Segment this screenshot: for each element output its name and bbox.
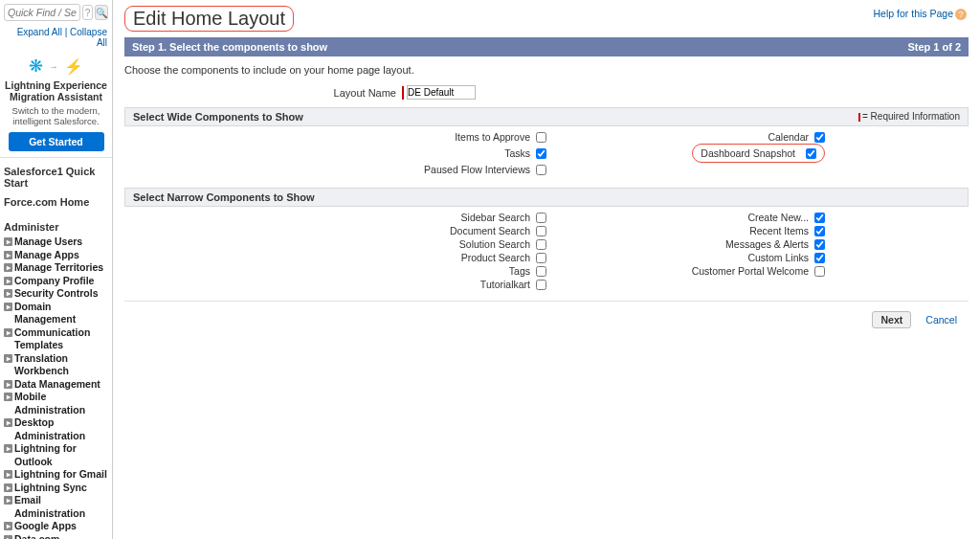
cloud-icon: ❋ bbox=[29, 56, 43, 77]
component-label: Product Search bbox=[268, 251, 536, 264]
step-bar: Step 1. Select the components to show St… bbox=[124, 37, 969, 56]
component-checkbox[interactable] bbox=[814, 266, 825, 277]
sf1-quick-start-link[interactable]: Salesforce1 Quick Start bbox=[0, 158, 112, 191]
administer-heading: Administer bbox=[0, 216, 112, 236]
sidebar-item[interactable]: ▸Data Management bbox=[4, 378, 108, 392]
component-checkbox[interactable] bbox=[536, 253, 546, 263]
bolt-icon: ⚡ bbox=[64, 57, 83, 76]
required-bar-icon bbox=[402, 86, 404, 100]
plus-icon[interactable]: ▸ bbox=[4, 237, 12, 246]
sidebar-item[interactable]: ▸Email Administration bbox=[4, 494, 108, 520]
component-checkbox[interactable] bbox=[536, 132, 546, 143]
component-checkbox[interactable] bbox=[814, 226, 825, 236]
component-checkbox[interactable] bbox=[814, 253, 825, 263]
layout-name-input[interactable] bbox=[407, 85, 476, 100]
component-checkbox[interactable] bbox=[536, 165, 546, 175]
main-content: Edit Home Layout Help for this Page? Ste… bbox=[113, 0, 980, 539]
sidebar-item[interactable]: ▸Domain Management bbox=[4, 301, 108, 326]
plus-icon[interactable]: ▸ bbox=[4, 483, 12, 492]
get-started-button[interactable]: Get Started bbox=[9, 132, 104, 151]
component-label: Items to Approve bbox=[268, 130, 536, 144]
separator: | bbox=[65, 27, 68, 37]
plus-icon[interactable]: ▸ bbox=[4, 418, 12, 427]
plus-icon[interactable]: ▸ bbox=[4, 251, 12, 259]
forcecom-home-link[interactable]: Force.com Home bbox=[0, 191, 112, 211]
narrow-components-grid: Sidebar SearchCreate New...Document Sear… bbox=[124, 207, 969, 295]
layout-name-label: Layout Name bbox=[124, 87, 402, 99]
component-checkbox[interactable] bbox=[536, 266, 546, 277]
plus-icon[interactable]: ▸ bbox=[4, 535, 12, 540]
sidebar-item[interactable]: ▸Company Profile bbox=[4, 275, 108, 288]
component-label: Messages & Alerts bbox=[546, 237, 814, 251]
plus-icon[interactable]: ▸ bbox=[4, 380, 12, 389]
component-checkbox[interactable] bbox=[806, 148, 816, 159]
component-checkbox[interactable] bbox=[536, 280, 546, 290]
component-label: Tags bbox=[268, 264, 536, 278]
sidebar-item[interactable]: ▸Desktop Administration bbox=[4, 416, 108, 442]
component-label: Calendar bbox=[546, 130, 814, 144]
sidebar-item[interactable]: ▸Manage Users bbox=[4, 236, 108, 249]
component-label: Sidebar Search bbox=[268, 211, 536, 224]
sidebar-item[interactable]: ▸Manage Territories bbox=[4, 261, 108, 275]
plus-icon[interactable]: ▸ bbox=[4, 289, 12, 298]
cancel-button[interactable]: Cancel bbox=[918, 312, 965, 327]
search-input[interactable] bbox=[4, 4, 80, 21]
help-icon[interactable]: ? bbox=[82, 5, 93, 20]
sidebar-item[interactable]: ▸Mobile Administration bbox=[4, 391, 108, 416]
plus-icon[interactable]: ▸ bbox=[4, 277, 12, 285]
plus-icon[interactable]: ▸ bbox=[4, 522, 12, 530]
help-icon: ? bbox=[955, 9, 967, 20]
component-label: Create New... bbox=[546, 211, 814, 224]
sidebar-item[interactable]: ▸Lightning for Gmail bbox=[4, 468, 108, 482]
component-label: Dashboard Snapshot bbox=[701, 146, 801, 160]
wide-section-header: Select Wide Components to Show = Require… bbox=[124, 107, 969, 126]
plus-icon[interactable]: ▸ bbox=[4, 263, 12, 272]
sidebar: ? 🔍 Expand All | Collapse All ❋ → ⚡ Ligh… bbox=[0, 0, 113, 539]
sidebar-item[interactable]: ▸Google Apps bbox=[4, 520, 108, 533]
narrow-section-header: Select Narrow Components to Show bbox=[124, 188, 969, 207]
component-checkbox[interactable] bbox=[536, 213, 546, 223]
component-checkbox[interactable] bbox=[536, 239, 546, 250]
next-button[interactable]: Next bbox=[872, 311, 911, 328]
sidebar-item[interactable]: ▸Translation Workbench bbox=[4, 352, 108, 378]
search-icon[interactable]: 🔍 bbox=[95, 5, 108, 20]
wide-components-grid: Items to ApproveCalendarTasksDashboard S… bbox=[124, 126, 969, 180]
component-checkbox[interactable] bbox=[536, 226, 546, 236]
plus-icon[interactable]: ▸ bbox=[4, 444, 12, 453]
arrow-right-icon: → bbox=[49, 61, 58, 72]
component-checkbox[interactable] bbox=[814, 239, 825, 250]
component-label: Tutorialkart bbox=[268, 278, 536, 291]
lea-subtitle: Switch to the modern, intelligent Salesf… bbox=[4, 105, 108, 126]
component-label: Tasks bbox=[268, 146, 536, 160]
component-label: Paused Flow Interviews bbox=[268, 163, 536, 176]
step-description: Choose the components to include on your… bbox=[124, 56, 969, 85]
component-label: Solution Search bbox=[268, 237, 536, 251]
component-label: Recent Items bbox=[546, 224, 814, 237]
plus-icon[interactable]: ▸ bbox=[4, 470, 12, 479]
component-label: Custom Links bbox=[546, 251, 814, 264]
component-label: Customer Portal Welcome bbox=[546, 264, 814, 278]
sidebar-item[interactable]: ▸Communication Templates bbox=[4, 326, 108, 352]
sidebar-item[interactable]: ▸Lightning Sync bbox=[4, 482, 108, 495]
plus-icon[interactable]: ▸ bbox=[4, 303, 12, 311]
administer-list: ▸Manage Users▸Manage Apps▸Manage Territo… bbox=[0, 236, 112, 539]
plus-icon[interactable]: ▸ bbox=[4, 393, 12, 401]
sidebar-item[interactable]: ▸Manage Apps bbox=[4, 249, 108, 262]
lea-title: Lightning Experience Migration Assistant bbox=[4, 79, 108, 102]
plus-icon[interactable]: ▸ bbox=[4, 354, 12, 363]
sidebar-item[interactable]: ▸Lightning for Outlook bbox=[4, 442, 108, 468]
component-checkbox[interactable] bbox=[536, 148, 546, 159]
help-link[interactable]: Help for this Page? bbox=[874, 8, 967, 20]
expand-all-link[interactable]: Expand All bbox=[17, 27, 62, 37]
plus-icon[interactable]: ▸ bbox=[4, 328, 12, 337]
collapse-all-link[interactable]: Collapse All bbox=[70, 27, 107, 48]
plus-icon[interactable]: ▸ bbox=[4, 496, 12, 505]
sidebar-item[interactable]: ▸Security Controls bbox=[4, 287, 108, 301]
component-checkbox[interactable] bbox=[814, 213, 825, 223]
page-title: Edit Home Layout bbox=[124, 6, 969, 32]
sidebar-item[interactable]: ▸Data.com Administration bbox=[4, 533, 108, 540]
component-checkbox[interactable] bbox=[814, 132, 825, 143]
component-label: Document Search bbox=[268, 224, 536, 237]
